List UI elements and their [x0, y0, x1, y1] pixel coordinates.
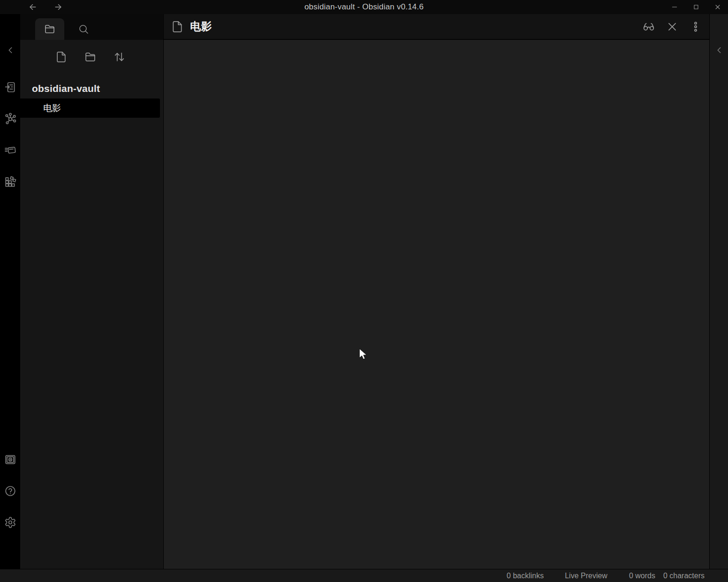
close-icon	[666, 21, 678, 33]
open-vault-button[interactable]	[4, 453, 17, 466]
new-note-icon	[55, 51, 67, 63]
reading-view-button[interactable]	[642, 20, 656, 34]
minimize-button[interactable]	[668, 2, 681, 12]
new-note-button[interactable]	[54, 50, 68, 63]
vault-icon	[4, 454, 16, 466]
folder-icon	[44, 23, 55, 35]
status-editor-mode[interactable]: Live Preview	[565, 572, 607, 580]
left-sidebar: obsidian-vault 电影	[20, 14, 164, 569]
new-folder-button[interactable]	[83, 50, 97, 63]
sort-order-button[interactable]	[112, 50, 126, 63]
blocks-grid-icon	[4, 175, 16, 188]
window-controls	[668, 2, 728, 12]
editor-pane: 电影	[164, 14, 709, 569]
collapse-left-sidebar-button[interactable]	[4, 44, 17, 57]
new-folder-icon	[84, 51, 96, 63]
file-item-title: 电影	[43, 102, 61, 114]
sort-arrows-icon	[114, 51, 125, 63]
close-icon	[714, 3, 721, 11]
tab-search[interactable]	[69, 18, 98, 40]
navigate-forward-button[interactable]	[52, 2, 65, 12]
glasses-icon	[643, 21, 655, 33]
status-word-count: 0 words	[629, 572, 655, 580]
editor-actions	[642, 20, 703, 34]
more-options-button[interactable]	[689, 20, 703, 34]
vault-name[interactable]: obsidian-vault	[32, 83, 163, 94]
blocks-button[interactable]	[4, 175, 17, 188]
status-backlinks[interactable]: 0 backlinks	[507, 572, 544, 580]
chevron-left-icon	[5, 45, 15, 55]
graph-view-icon	[4, 113, 16, 125]
maximize-icon	[692, 3, 700, 11]
file-explorer-panel: obsidian-vault 电影	[20, 40, 163, 569]
file-item-selected[interactable]: 电影	[20, 98, 160, 118]
settings-button[interactable]	[4, 516, 17, 529]
search-icon	[78, 23, 89, 35]
minimize-icon	[671, 3, 678, 11]
quick-switcher-button[interactable]	[4, 81, 17, 94]
graph-view-button[interactable]	[4, 112, 17, 125]
obsidian-window: obsidian-vault - Obsidian v0.14.6	[0, 0, 728, 582]
chevron-left-icon	[714, 45, 724, 55]
status-character-count: 0 characters	[663, 572, 705, 580]
sidebar-tabstrip	[20, 14, 163, 40]
titlebar: obsidian-vault - Obsidian v0.14.6	[0, 0, 728, 14]
maximize-button[interactable]	[690, 2, 703, 12]
editor-tab-header: 电影	[164, 14, 709, 40]
help-circle-icon	[4, 485, 16, 497]
navigate-back-button[interactable]	[26, 2, 39, 12]
help-button[interactable]	[4, 484, 17, 498]
more-vertical-icon	[690, 21, 702, 33]
expand-right-sidebar-button[interactable]	[713, 44, 726, 57]
history-nav	[26, 2, 65, 12]
tab-file-explorer[interactable]	[35, 18, 64, 40]
close-tab-button[interactable]	[665, 20, 679, 34]
right-sidebar-collapsed	[709, 14, 728, 569]
close-window-button[interactable]	[711, 2, 724, 12]
window-title: obsidian-vault - Obsidian v0.14.6	[0, 2, 728, 12]
arrow-right-icon	[53, 2, 63, 12]
status-bar: 0 backlinks Live Preview 0 words 0 chara…	[0, 569, 728, 582]
gear-icon	[4, 516, 16, 529]
note-title: 电影	[190, 19, 212, 34]
cards-button[interactable]	[4, 144, 17, 157]
quick-switcher-icon	[4, 81, 16, 93]
note-file-icon	[171, 21, 183, 33]
file-explorer-actions	[54, 50, 163, 63]
editor-content[interactable]	[164, 40, 709, 569]
left-ribbon	[0, 14, 20, 569]
arrow-left-icon	[28, 2, 38, 12]
cards-icon	[4, 144, 16, 156]
